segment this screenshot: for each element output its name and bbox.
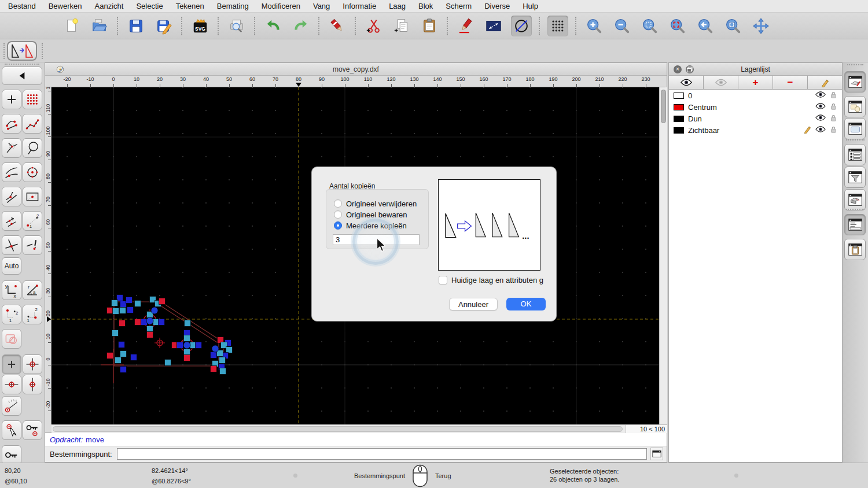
layer-row-centrum[interactable]: Centrum <box>669 101 842 113</box>
layer-list-panel-button[interactable] <box>844 71 866 93</box>
snap-entity-button[interactable] <box>23 138 42 158</box>
copy-button[interactable] <box>391 16 412 36</box>
new-document-button[interactable] <box>61 16 82 36</box>
coord-cartesian-button[interactable]: yx <box>2 280 21 300</box>
cancel-button[interactable]: Annuleer <box>449 298 498 310</box>
snap-intersection-button[interactable] <box>2 235 21 255</box>
menu-laag[interactable]: Laag <box>389 2 406 10</box>
selection-filter-panel-button[interactable] <box>844 167 866 188</box>
remove-layer-button[interactable]: − <box>773 76 808 90</box>
coord-relative-button[interactable]: 12 <box>2 305 21 324</box>
zoom-selection-button[interactable] <box>667 16 688 36</box>
add-layer-button[interactable]: + <box>738 76 773 90</box>
menu-vang[interactable]: Vang <box>313 2 330 10</box>
menu-aanzicht[interactable]: Aanzicht <box>95 2 124 10</box>
delete-entities-button[interactable] <box>327 16 348 36</box>
layer-panel-titlebar[interactable]: × Lagenlijst <box>669 63 842 76</box>
restrict-orthogonal-button[interactable] <box>23 354 42 374</box>
restrict-shape-button[interactable] <box>2 329 21 349</box>
paste-button[interactable] <box>419 16 440 36</box>
zoom-auto-button[interactable] <box>639 16 660 36</box>
vertical-scrollbar[interactable] <box>659 87 667 424</box>
snap-center-button[interactable] <box>23 162 42 182</box>
grid-toggle-button[interactable] <box>547 16 568 36</box>
layer-row-0[interactable]: 0 <box>669 90 842 101</box>
restrict-angle-button[interactable] <box>2 396 21 416</box>
restrict-horizontal-button[interactable] <box>2 375 21 394</box>
menu-diverse[interactable]: Diverse <box>484 2 510 10</box>
menu-tekenen[interactable]: Tekenen <box>176 2 204 10</box>
menu-bemating[interactable]: Bemating <box>217 2 249 10</box>
zoom-in-button[interactable] <box>584 16 605 36</box>
layer-lock-icon[interactable] <box>829 102 837 112</box>
back-button[interactable] <box>2 66 42 85</box>
menu-scherm[interactable]: Scherm <box>446 2 472 10</box>
relative-zero-set-button[interactable] <box>2 445 21 463</box>
cut-button[interactable] <box>363 16 384 36</box>
library-browser-panel-button[interactable] <box>844 189 866 210</box>
snap-distance-button[interactable]: 12 <box>23 211 42 231</box>
snap-tangent-button[interactable] <box>2 162 21 182</box>
open-file-button[interactable] <box>89 16 110 36</box>
rename-layer-button[interactable] <box>808 76 842 90</box>
layer-row-zichtbaar[interactable]: Zichtbaar <box>669 124 842 136</box>
document-titlebar[interactable]: move_copy.dxf <box>45 63 667 76</box>
pan-button[interactable] <box>751 16 771 36</box>
layer-lock-icon[interactable] <box>829 114 837 124</box>
radio-option-origineel-verwijderen[interactable]: Origineel verwijderen <box>334 199 417 208</box>
undo-button[interactable] <box>263 16 284 36</box>
vertical-scrollbar-handle[interactable] <box>661 90 666 123</box>
circle-slash-button[interactable] <box>511 16 532 36</box>
zoom-out-button[interactable] <box>612 16 632 36</box>
menu-selectie[interactable]: Selectie <box>136 2 163 10</box>
edit-layer-icon[interactable] <box>803 125 812 135</box>
restrict-off-button[interactable] <box>2 354 21 374</box>
menu-blok[interactable]: Blok <box>418 2 433 10</box>
snap-intersection-manual-button[interactable] <box>23 235 42 255</box>
command-window-button[interactable] <box>650 448 663 460</box>
radio-origineel-bewaren-icon[interactable] <box>334 210 342 219</box>
snap-grid-button[interactable] <box>23 90 42 109</box>
layer-visibility-icon[interactable] <box>815 102 826 112</box>
layer-visibility-icon[interactable] <box>815 114 826 123</box>
snap-auto-button[interactable]: Auto <box>2 257 21 275</box>
menu-modificeren[interactable]: Modificeren <box>262 2 300 10</box>
coord-relative-polar-button[interactable]: 12 <box>23 305 42 324</box>
move-copy-tool-button[interactable] <box>7 41 37 61</box>
snap-free-button[interactable] <box>2 90 21 109</box>
layer-lock-icon[interactable] <box>829 91 837 101</box>
show-all-layers-button[interactable] <box>669 76 704 90</box>
snap-on-entity-button[interactable] <box>23 114 42 134</box>
layer-attributes-checkbox[interactable] <box>439 276 447 284</box>
snap-parallel-button[interactable] <box>2 211 21 231</box>
snap-perpendicular-button[interactable] <box>2 138 21 158</box>
command-input[interactable] <box>117 448 647 460</box>
radio-option-origineel-bewaren[interactable]: Origineel bewaren <box>334 210 407 219</box>
menu-informatie[interactable]: Informatie <box>343 2 376 10</box>
zoom-window-button[interactable] <box>723 16 744 36</box>
property-editor-panel-button[interactable] <box>844 144 866 165</box>
save-button[interactable] <box>126 16 146 36</box>
edit-pencil-button[interactable] <box>455 16 476 36</box>
hide-all-layers-button[interactable] <box>704 76 738 90</box>
relative-zero-lock-button[interactable] <box>23 420 42 440</box>
layer-row-dun[interactable]: Dun <box>669 113 842 124</box>
snap-nearest-button[interactable] <box>2 187 21 206</box>
menu-hulp[interactable]: Hulp <box>523 2 538 10</box>
coord-polar-button[interactable]: ra <box>23 280 42 300</box>
zoom-previous-button[interactable] <box>695 16 716 36</box>
clipboard-panel-button[interactable] <box>844 239 866 260</box>
layer-visibility-icon[interactable] <box>815 125 826 135</box>
radio-meerdere-kopie-n-icon[interactable] <box>334 221 342 230</box>
dimension-button[interactable] <box>483 16 504 36</box>
block-list-panel-button[interactable] <box>844 96 866 117</box>
horizontal-scrollbar[interactable]: 10 < 100 <box>52 424 667 433</box>
command-line-panel-button[interactable] <box>844 214 866 235</box>
print-preview-button[interactable] <box>226 16 247 36</box>
snap-endpoints-button[interactable] <box>2 114 21 134</box>
menu-bestand[interactable]: Bestand <box>8 2 36 10</box>
layer-lock-icon[interactable] <box>829 125 837 135</box>
svg-export-button[interactable]: SVG <box>190 16 211 36</box>
layer-visibility-icon[interactable] <box>815 91 826 100</box>
menu-bewerken[interactable]: Bewerken <box>49 2 82 10</box>
